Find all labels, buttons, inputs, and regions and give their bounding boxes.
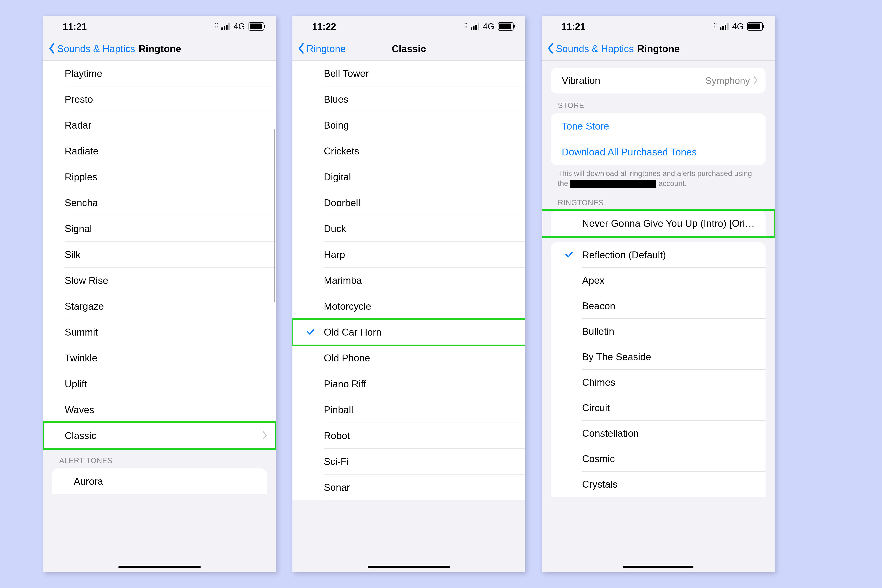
- list-item[interactable]: Radar: [43, 112, 276, 138]
- list-item-label: Digital: [324, 171, 516, 183]
- list-item[interactable]: Signal: [43, 216, 276, 242]
- list-item[interactable]: Duck: [292, 216, 525, 242]
- checkmark-icon: [306, 327, 315, 337]
- list-item[interactable]: Chimes: [551, 370, 766, 395]
- list-item[interactable]: Ripples: [43, 164, 276, 190]
- home-indicator[interactable]: [368, 566, 450, 568]
- back-button[interactable]: Ringtone: [306, 43, 346, 54]
- link-label: Download All Purchased Tones: [562, 146, 758, 158]
- list-item-label: Motorcycle: [324, 301, 516, 312]
- list-item[interactable]: Aurora: [52, 468, 267, 494]
- alert-tones-list[interactable]: Aurora: [52, 468, 267, 494]
- alert-tones-header: ALERT TONES: [43, 448, 276, 468]
- list-item[interactable]: Doorbell: [292, 190, 525, 216]
- list-item[interactable]: Beacon: [551, 293, 766, 319]
- link-label: Tone Store: [562, 120, 758, 132]
- redacted-account: [570, 180, 656, 188]
- list-item[interactable]: Sencha: [43, 190, 276, 216]
- list-item[interactable]: Uplift: [43, 371, 276, 397]
- list-item[interactable]: Old Phone: [292, 345, 525, 371]
- list-item[interactable]: Apex: [551, 268, 766, 293]
- list-item[interactable]: Blues: [292, 86, 525, 112]
- list-item[interactable]: Sci-Fi: [292, 448, 525, 474]
- vibration-card: Vibration Symphony: [551, 68, 766, 93]
- checkmark-icon: [564, 250, 573, 260]
- list-item[interactable]: Boing: [292, 112, 525, 138]
- tone-store-link[interactable]: Tone Store: [551, 113, 766, 139]
- status-time: 11:21: [561, 21, 585, 32]
- list-item[interactable]: Twinkle: [43, 345, 276, 371]
- ringtones-list[interactable]: PlaytimePrestoRadarRadiateRipplesSenchaS…: [43, 61, 276, 423]
- list-item[interactable]: Bulletin: [551, 319, 766, 344]
- list-item[interactable]: Silk: [43, 242, 276, 267]
- download-purchased-link[interactable]: Download All Purchased Tones: [551, 139, 766, 165]
- list-item[interactable]: Motorcycle: [292, 293, 525, 319]
- list-item[interactable]: Summit: [43, 319, 276, 345]
- list-item-label: Playtime: [64, 68, 267, 79]
- chevron-right-icon: [262, 431, 267, 440]
- home-indicator[interactable]: [623, 566, 693, 568]
- list-item[interactable]: Playtime: [43, 61, 276, 86]
- network-label: 4G: [732, 21, 744, 32]
- list-item[interactable]: Presto: [43, 86, 276, 112]
- list-item[interactable]: Bell Tower: [292, 61, 525, 86]
- custom-ringtone-row[interactable]: Never Gonna Give You Up (Intro) [Origi…: [551, 210, 766, 236]
- home-indicator[interactable]: [118, 566, 201, 568]
- list-item[interactable]: Constellation: [551, 421, 766, 446]
- back-button[interactable]: Sounds & Haptics: [556, 43, 634, 54]
- list-item[interactable]: Crickets: [292, 138, 525, 164]
- list-item-label: Signal: [64, 223, 267, 234]
- status-time: 11:21: [63, 21, 87, 32]
- list-item-label: Constellation: [582, 428, 756, 439]
- nav-title: Ringtone: [637, 43, 680, 54]
- chevron-right-icon: [753, 76, 758, 85]
- vibration-row[interactable]: Vibration Symphony: [551, 68, 766, 93]
- classic-row[interactable]: Classic: [43, 423, 276, 448]
- store-card: Tone Store Download All Purchased Tones: [551, 113, 766, 165]
- back-chevron-icon[interactable]: [49, 44, 56, 54]
- list-item[interactable]: Crystals: [551, 472, 766, 497]
- back-chevron-icon[interactable]: [298, 44, 305, 54]
- list-item-label: Apex: [582, 275, 756, 286]
- ringtones-header: RINGTONES: [542, 196, 775, 210]
- list-item-label: Boing: [324, 120, 516, 131]
- back-chevron-icon[interactable]: [547, 44, 554, 54]
- screenshot-ringtone-list: 11:21 :: 4G Sounds & Haptics Ringtone Pl…: [43, 16, 276, 572]
- list-item[interactable]: Old Car Horn: [292, 319, 525, 345]
- list-item[interactable]: Digital: [292, 164, 525, 190]
- custom-tones-list[interactable]: Never Gonna Give You Up (Intro) [Origi…: [551, 210, 766, 236]
- list-item[interactable]: Marimba: [292, 267, 525, 293]
- list-item[interactable]: Pinball: [292, 397, 525, 423]
- content-area: PlaytimePrestoRadarRadiateRipplesSenchaS…: [43, 61, 276, 494]
- list-item[interactable]: Cosmic: [551, 446, 766, 472]
- nav-bar: Sounds & Haptics Ringtone: [542, 37, 775, 61]
- status-bar: 11:22 :: 4G: [292, 16, 525, 37]
- list-item[interactable]: Sonar: [292, 474, 525, 500]
- list-item-label: Aurora: [74, 476, 258, 487]
- list-item[interactable]: Waves: [43, 397, 276, 423]
- back-button[interactable]: Sounds & Haptics: [57, 43, 135, 54]
- battery-icon: [747, 22, 763, 31]
- builtin-ringtones-list[interactable]: Reflection (Default)ApexBeaconBulletinBy…: [551, 242, 766, 497]
- list-item-label: Circuit: [582, 402, 756, 414]
- list-item-label: Waves: [64, 404, 267, 416]
- nav-bar: Ringtone Classic: [292, 37, 525, 61]
- list-item[interactable]: Robot: [292, 423, 525, 448]
- list-item[interactable]: Circuit: [551, 395, 766, 421]
- nav-title: Classic: [392, 43, 426, 54]
- list-item[interactable]: Stargaze: [43, 293, 276, 319]
- list-item[interactable]: Radiate: [43, 138, 276, 164]
- list-item-label: Bell Tower: [324, 68, 516, 79]
- store-footer: This will download all ringtones and ale…: [542, 165, 775, 196]
- network-label: 4G: [483, 21, 494, 32]
- list-item[interactable]: Piano Riff: [292, 371, 525, 397]
- classic-tones-list[interactable]: Bell TowerBluesBoingCricketsDigitalDoorb…: [292, 61, 525, 500]
- list-item[interactable]: By The Seaside: [551, 344, 766, 370]
- footer-text-b: account.: [658, 179, 687, 188]
- list-item-label: Summit: [64, 327, 267, 338]
- list-item[interactable]: Reflection (Default): [551, 242, 766, 268]
- list-item[interactable]: Slow Rise: [43, 267, 276, 293]
- list-item-label: Radiate: [64, 146, 267, 157]
- store-header: STORE: [542, 93, 775, 113]
- list-item[interactable]: Harp: [292, 242, 525, 267]
